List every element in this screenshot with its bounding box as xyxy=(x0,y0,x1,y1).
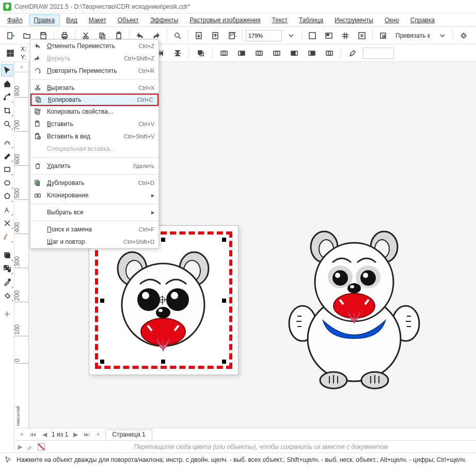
pick-tool[interactable] xyxy=(1,64,13,76)
cursor-icon xyxy=(4,456,12,464)
ellipse-tool[interactable] xyxy=(1,177,13,189)
menu-help[interactable]: Справка xyxy=(405,14,440,26)
outline-width-input[interactable] xyxy=(363,48,394,59)
crop-tool[interactable] xyxy=(1,104,13,117)
artwork-dog-full[interactable] xyxy=(282,225,426,391)
last-page-button[interactable]: ⏭ xyxy=(83,430,91,439)
presets-button[interactable] xyxy=(3,46,18,60)
zoom-dropdown-button[interactable] xyxy=(284,28,298,43)
menu-item[interactable]: ВставитьCtrl+V xyxy=(30,118,158,130)
document-palette[interactable]: ▶ Перетащите сюда цвета (или объекты), ч… xyxy=(14,440,476,453)
next-page-button[interactable]: ▶ xyxy=(71,430,80,439)
add-page-before-button[interactable]: + xyxy=(18,430,26,439)
menu-item[interactable]: Поиск и заменаCtrl+F xyxy=(30,223,158,236)
options-button[interactable] xyxy=(456,28,471,43)
import-button[interactable] xyxy=(192,28,206,43)
menu-edit[interactable]: Правка xyxy=(29,14,60,26)
palette-flyout-button[interactable]: ▶ xyxy=(18,443,22,451)
sel-center-marker[interactable] xyxy=(159,297,165,303)
front-minus-back-button[interactable] xyxy=(287,46,302,60)
trim-button[interactable] xyxy=(234,46,249,60)
sel-handle-w[interactable] xyxy=(100,299,104,303)
grid-button[interactable] xyxy=(338,28,353,43)
menu-item[interactable]: Выбрать все▶ xyxy=(30,206,158,219)
shape-tool[interactable] xyxy=(1,91,13,103)
window-title: CorelDRAW 2021.5 - D:\Творчество\CDR исх… xyxy=(14,3,190,10)
launch-button[interactable] xyxy=(376,28,390,43)
new-doc-button[interactable] xyxy=(3,28,18,43)
publish-pdf-button[interactable]: PDF xyxy=(225,28,239,43)
fill-tool[interactable] xyxy=(1,289,13,302)
order-front-button[interactable] xyxy=(194,46,208,60)
simplify-button[interactable] xyxy=(269,46,284,60)
preview-button[interactable] xyxy=(322,28,336,43)
menu-window[interactable]: Окно xyxy=(379,14,404,26)
menu-item[interactable]: УдалитьУдалить xyxy=(30,160,158,172)
search-button[interactable] xyxy=(170,28,185,43)
separator xyxy=(242,30,243,41)
page-tab-1[interactable]: Страница 1 xyxy=(105,429,152,439)
separator xyxy=(302,30,302,41)
transparency-tool[interactable] xyxy=(1,262,13,275)
menu-item[interactable]: ВырезатьCtrl+X xyxy=(30,82,158,94)
menu-text[interactable]: Текст xyxy=(267,14,293,26)
menu-item[interactable]: Вставить в видCtrl+Shift+V xyxy=(30,130,158,143)
artistic-media-tool[interactable] xyxy=(1,150,13,162)
no-fill-swatch[interactable] xyxy=(38,443,45,451)
sel-handle-ne[interactable] xyxy=(222,238,226,242)
menu-item[interactable]: Шаг и повторCtrl+Shift+D xyxy=(30,236,158,248)
svg-point-37 xyxy=(462,34,465,37)
freehand-tool[interactable] xyxy=(1,136,13,149)
sel-handle-sw[interactable] xyxy=(100,360,104,364)
prev-page-button[interactable]: ◀ xyxy=(40,430,49,439)
menu-layout[interactable]: Макет xyxy=(84,14,112,26)
drop-shadow-tool[interactable] xyxy=(1,249,13,261)
connector-tool[interactable] xyxy=(1,230,13,243)
guides-button[interactable] xyxy=(355,28,369,43)
export-button[interactable] xyxy=(208,28,223,43)
snap-dropdown-button[interactable] xyxy=(435,28,450,43)
dimension-tool[interactable] xyxy=(1,217,13,229)
menu-object[interactable]: Объект xyxy=(113,14,144,26)
menu-item[interactable]: Отменить ПереместитьCtrl+Z xyxy=(30,40,158,52)
menu-item: ВернутьCtrl+Shift+Z xyxy=(30,52,158,65)
mirror-v-button[interactable] xyxy=(170,46,185,60)
sel-handle-s[interactable] xyxy=(161,360,165,364)
menu-item[interactable]: Клонирование▶ xyxy=(30,189,158,201)
rectangle-tool[interactable] xyxy=(1,163,13,176)
add-page-after-button[interactable]: + xyxy=(94,430,102,439)
back-minus-front-button[interactable] xyxy=(305,46,319,60)
svg-point-63 xyxy=(5,181,10,185)
home-tool[interactable] xyxy=(1,77,13,90)
menu-item[interactable]: Повторить ПереместитьCtrl+R xyxy=(30,65,158,77)
menu-item[interactable]: Копировать свойства... xyxy=(30,105,158,118)
ruler-vertical[interactable]: пикселей 9008007006005004003002001000 xyxy=(14,72,29,428)
boundary-button[interactable] xyxy=(322,46,337,60)
polygon-tool[interactable] xyxy=(1,190,13,203)
eyedropper-icon[interactable] xyxy=(26,443,34,451)
sel-handle-se[interactable] xyxy=(222,360,226,364)
zoom-input[interactable] xyxy=(246,30,282,41)
eyedropper-tool[interactable] xyxy=(1,276,13,288)
weld-button[interactable] xyxy=(217,46,231,60)
menu-tools[interactable]: Инструменты xyxy=(329,14,378,26)
menu-bitmaps[interactable]: Растровые изображения xyxy=(184,14,266,26)
fullscreen-button[interactable] xyxy=(305,28,320,43)
snap-to-label[interactable]: Привязать к xyxy=(392,32,433,39)
ruler-corner[interactable] xyxy=(14,62,29,72)
intersect-button[interactable] xyxy=(252,46,266,60)
sel-handle-e[interactable] xyxy=(222,299,226,303)
zoom-tool[interactable] xyxy=(1,118,13,130)
add-tool[interactable] xyxy=(1,308,13,320)
menu-view[interactable]: Вид xyxy=(61,14,83,26)
sel-handle-n[interactable] xyxy=(161,238,165,242)
first-page-button[interactable]: ⏮ xyxy=(29,430,37,439)
outline-pen-button[interactable] xyxy=(345,46,360,60)
menu-table[interactable]: Таблица xyxy=(294,14,328,26)
menu-effects[interactable]: Эффекты xyxy=(145,14,184,26)
menu-file[interactable]: Файл xyxy=(2,14,28,26)
menu-item[interactable]: КопироватьCtrl+C xyxy=(30,94,158,106)
text-tool[interactable]: A xyxy=(1,204,13,216)
menu-item[interactable]: ДублироватьCtrl+D xyxy=(30,177,158,189)
svg-point-85 xyxy=(158,309,163,312)
